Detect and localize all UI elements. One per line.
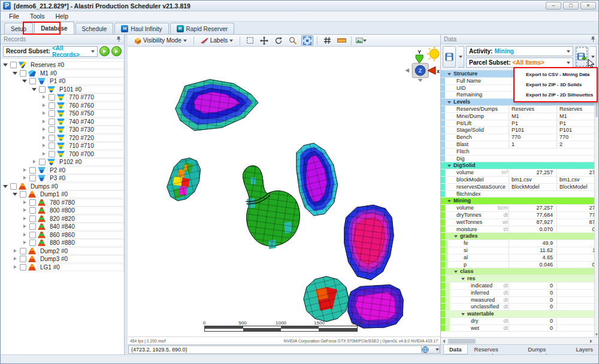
- row-value-2[interactable]: 770: [556, 134, 598, 141]
- main-tab[interactable]: R Rapid Reserver: [170, 23, 234, 34]
- tree-checkbox[interactable]: [39, 86, 46, 93]
- prev-subset-button[interactable]: [99, 46, 110, 56]
- row-value-2[interactable]: P101: [556, 127, 598, 134]
- row-value-1[interactable]: 0.046: [509, 262, 556, 269]
- collapse-arrow-icon[interactable]: [461, 313, 465, 316]
- expander-icon[interactable]: [41, 142, 47, 149]
- collapse-arrow-icon[interactable]: [447, 73, 451, 75]
- row-value-2[interactable]: 0.070: [556, 226, 598, 233]
- activity-dropdown[interactable]: Activity: Mining: [466, 46, 573, 56]
- horizontal-scrollbar[interactable]: [441, 337, 598, 344]
- tree-checkbox[interactable]: [29, 223, 36, 230]
- data-grid-row[interactable]: indicated dt 0 0: [441, 283, 598, 290]
- tree-checkbox[interactable]: [20, 264, 26, 271]
- row-value-2[interactable]: 0: [556, 325, 598, 332]
- row-value-2[interactable]: 49.9: [556, 240, 598, 247]
- tree-row[interactable]: 760 #760: [1, 102, 124, 110]
- collapse-arrow-icon[interactable]: [447, 165, 451, 167]
- expander-icon[interactable]: [22, 167, 28, 174]
- vertical-scrollbar[interactable]: [594, 71, 598, 337]
- grid-toggle-button[interactable]: [321, 35, 333, 46]
- data-grid-row[interactable]: watertable: [441, 311, 598, 318]
- row-value-1[interactable]: 0: [509, 304, 556, 311]
- tree-row[interactable]: 700 #700: [1, 150, 124, 159]
- row-value-1[interactable]: 27,257: [509, 205, 556, 212]
- expander-icon[interactable]: [12, 256, 19, 262]
- coordinate-system-button[interactable]: [422, 345, 440, 354]
- expander-icon[interactable]: [22, 207, 28, 214]
- row-value-1[interactable]: 27,257: [509, 169, 556, 177]
- tree-checkbox[interactable]: [20, 256, 26, 262]
- tree-checkbox[interactable]: [49, 135, 55, 141]
- main-tab[interactable]: Schedule: [75, 23, 114, 34]
- expander-icon[interactable]: [12, 264, 19, 271]
- row-value-2[interactable]: 11.62: [556, 247, 598, 254]
- expander-icon[interactable]: [41, 102, 47, 109]
- row-value-2[interactable]: 87,927: [556, 219, 598, 226]
- solid-blast-blob[interactable]: [167, 158, 201, 201]
- zoom-fit-button[interactable]: [301, 35, 313, 46]
- row-value-2[interactable]: 27,257: [556, 169, 598, 177]
- row-value-1[interactable]: 49.9: [509, 240, 556, 247]
- row-value-2[interactable]: 27,257: [556, 205, 598, 212]
- tree-checkbox[interactable]: [29, 239, 36, 246]
- collapse-arrow-icon[interactable]: [447, 200, 451, 202]
- tree-row[interactable]: 770 #770: [1, 93, 124, 102]
- select-rectangle-button[interactable]: [244, 35, 256, 46]
- zoom-button[interactable]: [287, 35, 299, 46]
- expander-icon[interactable]: [12, 248, 19, 254]
- load-layout-dropdown-button[interactable]: [458, 46, 464, 68]
- row-value-2[interactable]: M1: [556, 113, 598, 120]
- expander-icon[interactable]: [41, 94, 47, 101]
- row-value-2[interactable]: 0: [556, 318, 598, 325]
- data-grid-row[interactable]: inferred dt 0 0: [441, 290, 598, 297]
- expander-icon[interactable]: [41, 119, 47, 125]
- tree-row[interactable]: Reserves #0: [1, 61, 124, 69]
- tree-row[interactable]: 820 #820: [1, 215, 124, 223]
- row-value-2[interactable]: 0.046: [556, 262, 598, 269]
- tree-checkbox[interactable]: [10, 62, 17, 68]
- tree-row[interactable]: 800 #800: [1, 207, 124, 215]
- expander-icon[interactable]: [22, 216, 28, 222]
- tree-checkbox[interactable]: [49, 126, 55, 133]
- expander-icon[interactable]: [22, 199, 28, 206]
- expander-icon[interactable]: [2, 183, 9, 190]
- tree-row[interactable]: P1 #0: [1, 77, 124, 86]
- viewport-canvas[interactable]: Y Z x 0500100015002000: [128, 47, 440, 336]
- solid-pit-3[interactable]: [344, 205, 394, 280]
- tree-checkbox[interactable]: [29, 232, 36, 238]
- tree-row[interactable]: 780 #780: [1, 199, 124, 207]
- main-tab[interactable]: Database: [34, 22, 74, 34]
- collapse-arrow-icon[interactable]: [454, 235, 458, 238]
- data-panel-tab[interactable]: Data: [443, 345, 468, 354]
- row-value-1[interactable]: BlockModel: [509, 184, 556, 191]
- data-grid-row[interactable]: class: [441, 268, 598, 275]
- tree-checkbox[interactable]: [49, 142, 55, 149]
- close-button[interactable]: ×: [580, 2, 596, 10]
- tree-row[interactable]: P101 #0: [1, 86, 124, 94]
- data-grid-row[interactable]: Bench 770 770: [441, 134, 598, 141]
- screenshot-button[interactable]: [355, 35, 367, 46]
- row-value-2[interactable]: 2: [556, 141, 598, 148]
- tree-checkbox[interactable]: [20, 248, 26, 254]
- row-value-2[interactable]: 4.65: [556, 254, 598, 262]
- row-value-2[interactable]: bm1.csv: [556, 177, 598, 184]
- expander-icon[interactable]: [2, 62, 9, 68]
- row-value-1[interactable]: Reserves: [509, 106, 556, 113]
- data-grid-row[interactable]: dry dt 0 0: [441, 318, 598, 325]
- expander-icon[interactable]: [12, 191, 19, 198]
- data-grid-row[interactable]: fe 49.9 49.9: [441, 240, 598, 247]
- solid-pit-1[interactable]: [176, 80, 258, 131]
- data-grid-row[interactable]: si 11.62 11.62: [441, 247, 598, 254]
- data-grid-row[interactable]: Reserves/Dumps Reserves Reserves: [441, 106, 598, 113]
- data-grid-row[interactable]: unclassified dt 0 0: [441, 304, 598, 311]
- data-grid-row[interactable]: Stage/Solid P101 P101: [441, 127, 598, 134]
- scrollbar-thumb[interactable]: [448, 339, 476, 344]
- next-subset-button[interactable]: [111, 46, 122, 56]
- measure-button[interactable]: [335, 35, 347, 46]
- parcel-subset-dropdown[interactable]: Parcel Subset: <All Items>: [466, 57, 573, 68]
- tree-checkbox[interactable]: [49, 119, 55, 125]
- data-grid-row[interactable]: Dig: [441, 156, 598, 163]
- expander-icon[interactable]: [22, 232, 28, 238]
- row-value-1[interactable]: bm1.csv: [509, 177, 556, 184]
